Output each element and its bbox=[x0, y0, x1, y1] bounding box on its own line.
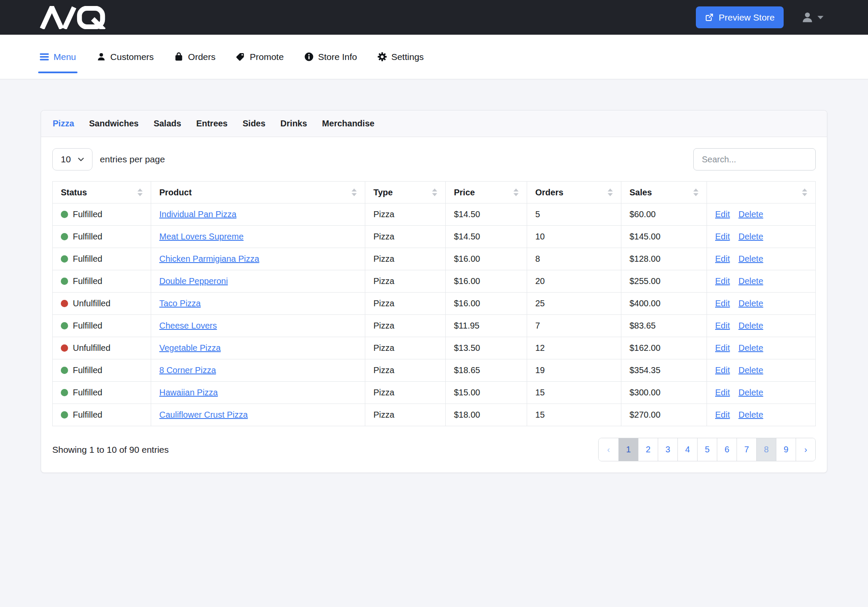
hamburger-icon bbox=[39, 52, 49, 62]
page-size-select[interactable]: 10 bbox=[52, 148, 92, 170]
tab-merchandise[interactable]: Merchandise bbox=[322, 119, 374, 129]
product-link[interactable]: Double Pepperoni bbox=[159, 276, 228, 286]
nav-item-menu[interactable]: Menu bbox=[39, 35, 76, 79]
sort-icon[interactable] bbox=[432, 188, 437, 196]
nav-item-customers[interactable]: Customers bbox=[96, 35, 154, 79]
cell-price: $18.00 bbox=[446, 404, 527, 426]
status-label: Fulfilled bbox=[73, 276, 102, 286]
delete-link[interactable]: Delete bbox=[738, 254, 763, 263]
nav-item-store-info[interactable]: Store Info bbox=[304, 35, 357, 79]
delete-link[interactable]: Delete bbox=[738, 232, 763, 241]
tab-sides[interactable]: Sides bbox=[243, 119, 265, 129]
pagination-next[interactable]: › bbox=[796, 438, 815, 461]
product-link[interactable]: Cheese Lovers bbox=[159, 321, 217, 330]
pagination-page-1[interactable]: 1 bbox=[618, 438, 638, 461]
tab-salads[interactable]: Salads bbox=[154, 119, 181, 129]
delete-link[interactable]: Delete bbox=[738, 321, 763, 330]
sales-value: $128.00 bbox=[629, 254, 660, 263]
tab-sandwiches[interactable]: Sandwiches bbox=[89, 119, 139, 129]
pagination-page-6[interactable]: 6 bbox=[717, 438, 737, 461]
cell-price: $15.00 bbox=[446, 382, 527, 404]
sort-icon[interactable] bbox=[802, 188, 807, 196]
delete-link[interactable]: Delete bbox=[738, 365, 763, 375]
cell-sales: $270.00 bbox=[621, 404, 707, 426]
sort-icon[interactable] bbox=[608, 188, 613, 196]
nav-item-settings[interactable]: Settings bbox=[377, 35, 424, 79]
product-link[interactable]: Vegetable Pizza bbox=[159, 343, 221, 353]
menu-card: PizzaSandwichesSaladsEntreesSidesDrinksM… bbox=[41, 110, 827, 473]
cell-sales: $162.00 bbox=[621, 337, 707, 359]
user-menu[interactable] bbox=[801, 11, 823, 24]
edit-link[interactable]: Edit bbox=[715, 410, 730, 419]
cell-type: Pizza bbox=[365, 270, 446, 293]
pagination-page-4[interactable]: 4 bbox=[677, 438, 697, 461]
logo-aiq[interactable] bbox=[39, 6, 107, 29]
sort-icon[interactable] bbox=[693, 188, 698, 196]
cell-product: Vegetable Pizza bbox=[151, 337, 365, 359]
delete-link[interactable]: Delete bbox=[738, 410, 763, 419]
table-row: UnfulfilledVegetable PizzaPizza$13.5012$… bbox=[53, 337, 816, 359]
edit-link[interactable]: Edit bbox=[715, 254, 730, 263]
cell-product: Taco Pizza bbox=[151, 293, 365, 315]
column-label: Price bbox=[454, 188, 475, 197]
edit-link[interactable]: Edit bbox=[715, 299, 730, 308]
product-link[interactable]: Individual Pan Pizza bbox=[159, 209, 236, 219]
edit-link[interactable]: Edit bbox=[715, 388, 730, 397]
cell-product: Double Pepperoni bbox=[151, 270, 365, 293]
nav-item-orders[interactable]: Orders bbox=[174, 35, 215, 79]
status-label: Unfulfilled bbox=[73, 343, 110, 353]
pagination-page-8[interactable]: 8 bbox=[756, 438, 776, 461]
search-input[interactable] bbox=[693, 148, 816, 170]
nav-item-label: Promote bbox=[250, 52, 283, 62]
edit-link[interactable]: Edit bbox=[715, 276, 730, 286]
product-link[interactable]: Chicken Parmigiana Pizza bbox=[159, 254, 259, 263]
status-dot bbox=[61, 389, 68, 396]
pagination-page-5[interactable]: 5 bbox=[697, 438, 717, 461]
edit-link[interactable]: Edit bbox=[715, 209, 730, 219]
cell-type: Pizza bbox=[365, 248, 446, 270]
cell-product: Chicken Parmigiana Pizza bbox=[151, 248, 365, 270]
delete-link[interactable]: Delete bbox=[738, 388, 763, 397]
nav-item-promote[interactable]: Promote bbox=[236, 35, 283, 79]
pagination-page-9[interactable]: 9 bbox=[776, 438, 796, 461]
edit-link[interactable]: Edit bbox=[715, 365, 730, 375]
sort-icon[interactable] bbox=[137, 188, 143, 196]
cell-product: 8 Corner Pizza bbox=[151, 359, 365, 382]
delete-link[interactable]: Delete bbox=[738, 276, 763, 286]
cell-type: Pizza bbox=[365, 404, 446, 426]
pagination-page-7[interactable]: 7 bbox=[737, 438, 756, 461]
bag-icon bbox=[174, 52, 184, 62]
pagination-page-2[interactable]: 2 bbox=[638, 438, 658, 461]
cell-type: Pizza bbox=[365, 203, 446, 226]
cell-status: Fulfilled bbox=[53, 248, 151, 270]
preview-store-button[interactable]: Preview Store bbox=[696, 6, 784, 28]
tab-entrees[interactable]: Entrees bbox=[196, 119, 227, 129]
edit-link[interactable]: Edit bbox=[715, 321, 730, 330]
sort-icon[interactable] bbox=[352, 188, 357, 196]
nav-item-label: Store Info bbox=[318, 52, 357, 62]
orders-value: 7 bbox=[535, 321, 540, 330]
status-label: Fulfilled bbox=[73, 388, 102, 397]
product-link[interactable]: Meat Lovers Supreme bbox=[159, 232, 244, 241]
edit-link[interactable]: Edit bbox=[715, 232, 730, 241]
sales-value: $300.00 bbox=[629, 388, 660, 397]
product-link[interactable]: Cauliflower Crust Pizza bbox=[159, 410, 248, 419]
product-link[interactable]: 8 Corner Pizza bbox=[159, 365, 216, 375]
tab-pizza[interactable]: Pizza bbox=[53, 119, 74, 129]
cell-type: Pizza bbox=[365, 226, 446, 248]
sort-icon[interactable] bbox=[513, 188, 519, 196]
edit-link[interactable]: Edit bbox=[715, 343, 730, 353]
delete-link[interactable]: Delete bbox=[738, 299, 763, 308]
tab-drinks[interactable]: Drinks bbox=[280, 119, 307, 129]
pagination-prev[interactable]: ‹ bbox=[599, 438, 618, 461]
delete-link[interactable]: Delete bbox=[738, 209, 763, 219]
delete-link[interactable]: Delete bbox=[738, 343, 763, 353]
person-icon bbox=[96, 52, 106, 62]
user-icon bbox=[801, 11, 814, 24]
pagination-page-3[interactable]: 3 bbox=[658, 438, 677, 461]
type-value: Pizza bbox=[373, 209, 394, 219]
cell-status: Fulfilled bbox=[53, 226, 151, 248]
product-link[interactable]: Taco Pizza bbox=[159, 299, 201, 308]
cell-orders: 7 bbox=[527, 315, 621, 337]
product-link[interactable]: Hawaiian Pizza bbox=[159, 388, 218, 397]
